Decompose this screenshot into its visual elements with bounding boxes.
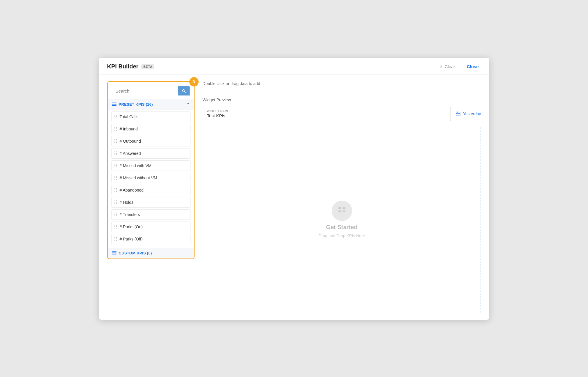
drag-handle	[114, 176, 117, 180]
preset-kpis-label: PRESET KPIS (16)	[119, 102, 153, 107]
kpi-label: # Missed with VM	[120, 163, 152, 168]
widget-config-row: Widget Preview	[203, 96, 481, 102]
table-icon-custom	[112, 251, 116, 256]
modal-header: KPI Builder BETA ✕ Clear Close	[99, 58, 489, 75]
svg-rect-1	[112, 104, 116, 104]
clear-button[interactable]: ✕ Clear	[437, 63, 458, 70]
custom-kpis-label: CUSTOM KPIS (0)	[119, 251, 152, 255]
svg-rect-11	[342, 207, 345, 209]
right-panel: Double click or drag data to add Widget …	[203, 81, 481, 313]
drag-handle	[114, 127, 117, 131]
preview-subtitle: Drag and Drop KPIs Here	[319, 233, 365, 238]
beta-badge: BETA	[141, 64, 154, 69]
title-group: KPI Builder BETA	[107, 63, 155, 70]
list-item[interactable]: # Inbound	[111, 124, 190, 134]
list-item[interactable]: # Transfers	[111, 209, 190, 220]
svg-rect-5	[112, 254, 116, 254]
preview-drop-area[interactable]: 123 Get Started Drag and Drop KPIs Here	[203, 126, 481, 313]
kpi-list: Total Calls # Inbound	[108, 110, 194, 248]
kpi-label: # Holds	[120, 200, 133, 205]
widget-name-input-wrap: WIDGET NAME	[203, 107, 451, 121]
list-item[interactable]: # Parks (Off)	[111, 234, 190, 244]
custom-kpis-header[interactable]: CUSTOM KPIS (0)	[108, 248, 194, 259]
list-item[interactable]: # Missed without VM	[111, 173, 190, 183]
list-item[interactable]: # Parks (On)	[111, 222, 190, 232]
preview-icon-wrap: 123	[332, 201, 352, 221]
date-picker-button[interactable]: Yesterday	[455, 110, 481, 118]
chevron-up-icon: ⌃	[186, 102, 190, 107]
list-item[interactable]: # Holds	[111, 197, 190, 208]
list-item[interactable]: # Outbound	[111, 136, 190, 146]
clear-label: Clear	[445, 64, 455, 69]
list-item[interactable]: # Abandoned	[111, 185, 190, 195]
drag-handle	[114, 188, 117, 192]
kpi-label: # Parks (On)	[120, 224, 143, 229]
list-item[interactable]: Total Calls	[111, 111, 190, 122]
drag-handle	[114, 200, 117, 204]
drag-handle	[114, 225, 117, 229]
search-button[interactable]	[178, 86, 190, 95]
x-icon: ✕	[439, 64, 443, 69]
kpi-label: # Missed without VM	[120, 176, 157, 180]
modal-body: 3	[99, 75, 489, 320]
svg-rect-2	[112, 105, 116, 105]
drag-handle	[114, 164, 117, 167]
left-panel-wrapper: 3	[107, 81, 195, 313]
calendar-icon	[455, 111, 461, 116]
drag-handle	[114, 115, 117, 118]
widget-name-label: WIDGET NAME	[207, 109, 446, 113]
date-label: Yesterday	[463, 111, 481, 116]
svg-rect-13	[342, 210, 345, 213]
drag-handle	[114, 237, 117, 241]
drag-handle	[114, 213, 117, 216]
widget-name-section: WIDGET NAME Yesterday	[203, 107, 481, 121]
search-input-wrap	[112, 86, 190, 96]
list-item[interactable]: # Answered	[111, 148, 190, 159]
kpi-label: # Inbound	[120, 127, 138, 131]
widget-name-input[interactable]	[207, 113, 446, 118]
search-input[interactable]	[112, 86, 178, 96]
left-panel: PRESET KPIS (16) ⌃	[107, 81, 195, 259]
drag-handle	[114, 151, 117, 155]
svg-rect-0	[112, 102, 116, 103]
search-section	[108, 82, 194, 99]
widget-preview-label: Widget Preview	[203, 98, 231, 102]
preset-kpis-label-group: PRESET KPIS (16)	[112, 102, 153, 107]
preview-title: Get Started	[326, 224, 358, 231]
svg-rect-4	[112, 252, 116, 253]
search-icon	[181, 89, 186, 93]
kpi-builder-modal: KPI Builder BETA ✕ Clear Close 3	[99, 58, 489, 320]
svg-rect-10	[338, 207, 341, 209]
kpi-label: # Transfers	[120, 212, 140, 217]
kpi-label: # Answered	[120, 151, 141, 156]
grid-icon: 123	[337, 206, 347, 215]
preset-kpis-header[interactable]: PRESET KPIS (16) ⌃	[108, 99, 194, 110]
kpi-label: # Parks (Off)	[120, 237, 143, 241]
list-item[interactable]: # Missed with VM	[111, 160, 190, 171]
svg-rect-3	[112, 251, 116, 252]
svg-rect-6	[456, 112, 460, 116]
modal-title: KPI Builder	[107, 63, 139, 70]
kpi-label: # Outbound	[120, 139, 141, 144]
subtitle: Double click or drag data to add	[203, 81, 481, 86]
table-icon	[112, 102, 116, 107]
drag-handle	[114, 139, 117, 143]
step-badge: 3	[189, 77, 199, 86]
svg-text:123: 123	[339, 210, 342, 213]
header-actions: ✕ Clear Close	[437, 63, 481, 70]
kpi-label: Total Calls	[120, 114, 139, 119]
kpi-label: # Abandoned	[120, 188, 144, 192]
close-button[interactable]: Close	[465, 63, 481, 70]
custom-kpis-label-group: CUSTOM KPIS (0)	[112, 251, 152, 256]
